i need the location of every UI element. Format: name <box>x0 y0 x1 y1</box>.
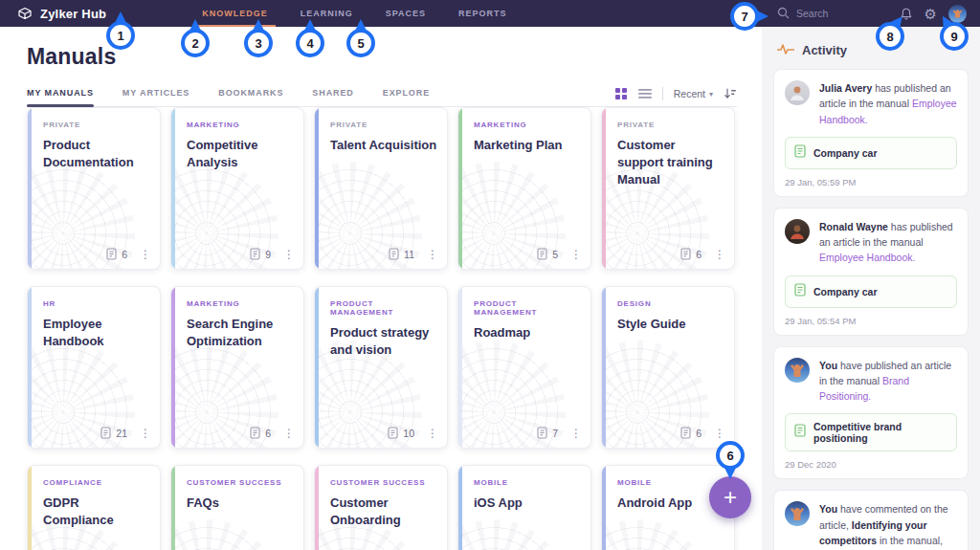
card-category: PRODUCT MANAGEMENT <box>330 299 437 317</box>
activity-entry: You have published an article in the man… <box>773 346 969 480</box>
article-count: 7 <box>537 427 558 439</box>
article-icon <box>794 144 806 162</box>
article-count: 21 <box>100 427 127 439</box>
card-title: Style Guide <box>617 316 724 333</box>
article-count: 6 <box>250 427 271 439</box>
card-category: PRODUCT MANAGEMENT <box>474 299 581 317</box>
manual-card[interactable]: COMPLIANCE GDPR Compliance <box>27 465 161 550</box>
create-manual-fab[interactable]: + <box>709 476 751 518</box>
card-menu-kebab[interactable]: ⋮ <box>427 428 438 439</box>
activity-timestamp: 29 Dec 2020 <box>785 459 957 470</box>
card-title: Customer Onboarding <box>330 495 437 529</box>
manual-card[interactable]: MARKETING Marketing Plan 5⋮ <box>457 107 591 270</box>
callout-5-reports: 5 <box>346 29 375 57</box>
card-title: iOS App <box>474 495 581 512</box>
callout-6-create-fab: 6 <box>716 441 745 470</box>
card-accent <box>602 466 606 550</box>
callout-1-brand: 1 <box>106 21 135 50</box>
activity-timestamp: 29 Jan, 05:59 PM <box>785 177 957 187</box>
published-article-chip[interactable]: Competitive brand positioning <box>785 413 957 451</box>
card-title: Marketing Plan <box>474 137 581 154</box>
article-title: Company car <box>813 147 878 159</box>
manual-card[interactable]: MARKETING Search Engine Optimization 6⋮ <box>170 286 304 449</box>
card-menu-kebab[interactable]: ⋮ <box>283 249 295 260</box>
manuals-grid: PRIVATE Product Documentation 6⋮ MARKETI… <box>27 107 735 550</box>
brand[interactable]: Zylker Hub <box>17 6 106 21</box>
activity-text: You have commented on the article, Ident… <box>819 501 957 550</box>
card-accent <box>28 466 32 550</box>
card-title: Talent Acquisition <box>330 137 437 154</box>
brand-name: Zylker Hub <box>40 7 106 21</box>
card-category: PRIVATE <box>617 121 724 129</box>
main-content: Manuals MY MANUALS MY ARTICLES BOOKMARKS… <box>0 27 762 550</box>
card-accent <box>28 108 32 269</box>
manual-card[interactable]: PRIVATE Talent Acquisition 11⋮ <box>314 107 448 270</box>
card-accent <box>171 287 175 448</box>
tab-bookmarks[interactable]: BOOKMARKS <box>218 88 283 106</box>
activity-text: You have published an article in the man… <box>819 358 957 405</box>
published-article-chip[interactable]: Company car <box>785 137 957 169</box>
page-title: Manuals <box>27 44 116 70</box>
manual-card[interactable]: PRIVATE Product Documentation 6⋮ <box>27 107 161 270</box>
card-menu-kebab[interactable]: ⋮ <box>140 428 151 439</box>
callout-7-search: 7 <box>730 2 759 31</box>
article-count: 6 <box>106 248 127 260</box>
search-icon <box>777 7 790 21</box>
manual-card[interactable]: MOBILE iOS App <box>457 465 591 550</box>
article-title: Competitive brand positioning <box>813 421 947 444</box>
manual-link[interactable]: Employee Handbook. <box>819 252 915 263</box>
card-menu-kebab[interactable]: ⋮ <box>714 249 725 260</box>
settings-gear-icon[interactable]: ⚙ <box>924 7 937 21</box>
manual-card[interactable]: CUSTOMER SUCCESS Customer Onboarding <box>314 465 448 550</box>
manual-card[interactable]: HR Employee Handbook 21⋮ <box>27 286 161 449</box>
nav-reports[interactable]: REPORTS <box>458 0 507 27</box>
article-count: 10 <box>388 427 414 439</box>
tab-my-articles[interactable]: MY ARTICLES <box>122 88 189 106</box>
activity-entry: Ronald Wayne has published an article in… <box>773 208 969 336</box>
app-root: Zylker Hub KNOWLEDGE LEARNING SPACES REP… <box>0 0 980 550</box>
card-menu-kebab[interactable]: ⋮ <box>570 249 582 260</box>
manual-card[interactable]: PRODUCT MANAGEMENT Product strategy and … <box>314 286 448 449</box>
manual-card[interactable]: PRIVATE Customer support training Manual… <box>601 107 735 270</box>
tab-my-manuals[interactable]: MY MANUALS <box>27 88 94 106</box>
card-title: Product strategy and vision <box>330 324 437 359</box>
card-menu-kebab[interactable]: ⋮ <box>427 249 438 260</box>
card-title: Customer support training Manual <box>617 137 724 189</box>
card-menu-kebab[interactable]: ⋮ <box>140 249 151 260</box>
avatar-you <box>785 501 810 526</box>
manual-card[interactable]: CUSTOMER SUCCESS FAQs <box>170 465 304 550</box>
article-icon <box>794 283 806 300</box>
article-count: 5 <box>537 248 558 260</box>
card-title: Competitive Analysis <box>187 137 294 171</box>
nav-spaces[interactable]: SPACES <box>386 0 426 27</box>
tab-bar: MY MANUALS MY ARTICLES BOOKMARKS SHARED … <box>27 78 737 107</box>
top-navbar: Zylker Hub KNOWLEDGE LEARNING SPACES REP… <box>0 0 980 27</box>
card-accent <box>602 108 606 269</box>
divider <box>662 87 663 100</box>
tab-shared[interactable]: SHARED <box>312 88 353 106</box>
article-count: 9 <box>250 248 271 260</box>
article-title: Company car <box>813 286 878 297</box>
tab-explore[interactable]: EXPLORE <box>383 88 430 106</box>
card-title: FAQs <box>187 495 294 512</box>
manual-card[interactable]: DESIGN Style Guide 6⋮ <box>601 286 735 449</box>
callout-8-notifications: 8 <box>876 22 904 51</box>
card-menu-kebab[interactable]: ⋮ <box>714 428 725 439</box>
callout-3-learning: 3 <box>244 29 273 57</box>
callout-2-knowledge: 2 <box>181 29 210 57</box>
sort-order-icon[interactable] <box>724 87 737 100</box>
published-article-chip[interactable]: Company car <box>785 275 957 308</box>
search-bar[interactable]: Search <box>777 0 828 27</box>
manual-card[interactable]: PRODUCT MANAGEMENT Roadmap 7⋮ <box>457 286 591 449</box>
manual-card[interactable]: MARKETING Competitive Analysis 9⋮ <box>170 107 304 270</box>
logo-icon <box>17 6 33 21</box>
sort-dropdown[interactable]: Recent▾ <box>674 88 713 99</box>
card-accent <box>315 108 319 269</box>
article-icon <box>794 424 806 441</box>
list-view-icon[interactable] <box>638 88 652 99</box>
card-menu-kebab[interactable]: ⋮ <box>570 428 582 439</box>
card-menu-kebab[interactable]: ⋮ <box>283 428 295 439</box>
card-title: Employee Handbook <box>43 316 150 350</box>
grid-view-icon[interactable] <box>614 87 628 100</box>
avatar-ronald-wayne <box>785 219 810 244</box>
